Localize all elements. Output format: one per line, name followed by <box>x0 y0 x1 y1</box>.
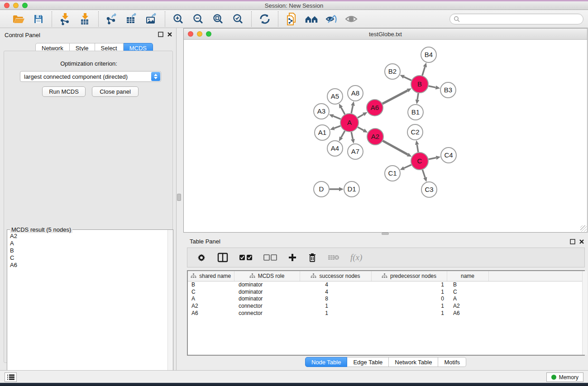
table-cell[interactable]: C <box>188 288 234 295</box>
bird-eye-view-icon[interactable] <box>344 12 358 26</box>
save-session-icon[interactable] <box>32 12 45 26</box>
result-item[interactable]: A2 <box>10 233 167 240</box>
table-cell[interactable] <box>488 295 585 303</box>
edge-B-B3[interactable] <box>429 86 436 87</box>
zoom-in-icon[interactable] <box>172 12 185 26</box>
refresh-icon[interactable] <box>258 12 272 26</box>
edge-B-B2[interactable] <box>404 77 411 81</box>
table-cell[interactable]: B <box>188 281 234 288</box>
edge-A-A2[interactable] <box>358 127 363 130</box>
close-table-panel-icon[interactable] <box>579 239 584 244</box>
table-cell[interactable]: A6 <box>188 310 234 317</box>
import-table-icon[interactable] <box>78 12 92 26</box>
column-header-predecessor-nodes[interactable]: predecessor nodes <box>371 271 447 281</box>
mcds-result-list[interactable]: A2ABCA6 <box>8 233 167 383</box>
search-input[interactable] <box>460 14 583 24</box>
show-column-icon[interactable] <box>217 251 228 264</box>
edge-A-A3[interactable] <box>333 116 341 119</box>
edge-B-B4[interactable] <box>422 67 425 76</box>
show-hide-icon[interactable] <box>325 12 338 26</box>
select-all-checks-icon[interactable] <box>239 251 253 264</box>
tab-motifs[interactable]: Motifs <box>438 357 466 367</box>
new-network-from-selection-icon[interactable] <box>285 12 298 26</box>
edge-A6-B[interactable] <box>382 91 408 104</box>
export-network-icon[interactable] <box>105 12 119 26</box>
table-cell[interactable]: dominator <box>234 295 300 303</box>
edge-A-A1[interactable] <box>334 126 340 128</box>
export-image-icon[interactable] <box>145 12 158 26</box>
table-cell[interactable]: 1 <box>371 310 447 317</box>
column-header-shared-name[interactable]: shared name <box>188 271 234 281</box>
column-header-MCDS-role[interactable]: MCDS role <box>234 271 300 281</box>
table-cell[interactable]: 8 <box>300 295 371 303</box>
column-header-name[interactable]: name <box>447 271 488 281</box>
edge-A-A8[interactable] <box>351 105 353 113</box>
edge-C-C4[interactable] <box>429 158 436 159</box>
edge-C-C3[interactable] <box>422 170 425 177</box>
table-cell[interactable]: 0 <box>371 295 447 303</box>
result-scrollbar[interactable] <box>167 230 173 384</box>
table-cell[interactable]: dominator <box>234 288 300 295</box>
edge-A2-C[interactable] <box>383 141 408 154</box>
open-session-icon[interactable] <box>12 12 25 26</box>
close-panel-icon[interactable] <box>167 32 172 37</box>
table-cell[interactable]: 4 <box>300 288 371 295</box>
table-cell[interactable]: 4 <box>300 281 371 288</box>
table-cell[interactable]: connector <box>234 310 300 317</box>
edge-B-B1[interactable] <box>417 93 418 100</box>
zoom-fit-icon[interactable] <box>211 12 225 26</box>
table-row[interactable]: A2connector11A2 <box>188 302 585 310</box>
table-cell[interactable] <box>488 302 585 310</box>
tab-node-table[interactable]: Node Table <box>305 357 348 367</box>
table-cell[interactable]: 1 <box>371 281 447 288</box>
float-table-panel-icon[interactable] <box>570 239 575 244</box>
search-box[interactable] <box>449 14 583 24</box>
zoom-out-icon[interactable] <box>191 12 205 26</box>
table-cell[interactable]: 1 <box>300 302 371 310</box>
result-item[interactable]: A6 <box>10 262 167 269</box>
import-network-icon[interactable] <box>58 12 72 26</box>
close-panel-button[interactable]: Close panel <box>92 86 139 97</box>
table-row[interactable]: Cdominator41C <box>188 288 585 295</box>
optimization-criterion-select[interactable]: largest connected component (directed) <box>20 71 161 82</box>
network-canvas[interactable]: AA1A2A3A4A5A6A7A8BB1B2B3B4CC1C2C3C4DD1 <box>184 40 587 232</box>
result-item[interactable]: C <box>10 254 167 262</box>
table-cell[interactable] <box>488 288 585 295</box>
delete-column-icon[interactable] <box>308 251 317 264</box>
deselect-all-checks-icon[interactable] <box>263 251 277 264</box>
table-cell[interactable]: A <box>447 295 488 303</box>
table-cell[interactable]: A6 <box>447 310 488 317</box>
task-history-button[interactable] <box>5 372 17 382</box>
result-item[interactable]: B <box>10 247 167 254</box>
table-cell[interactable]: 1 <box>371 288 447 295</box>
vertical-splitter-handle[interactable] <box>177 194 181 201</box>
table-cell[interactable]: 1 <box>371 302 447 310</box>
table-row[interactable]: Adominator80A <box>188 295 585 303</box>
table-options-gear-icon[interactable] <box>196 251 206 264</box>
table-cell[interactable]: B <box>447 281 488 288</box>
table-cell[interactable]: A <box>188 295 234 303</box>
table-cell[interactable]: A2 <box>188 302 234 310</box>
table-cell[interactable]: dominator <box>234 281 300 288</box>
node-table[interactable]: shared nameMCDS rolesuccessor nodesprede… <box>188 271 585 317</box>
column-header-successor-nodes[interactable]: successor nodes <box>300 271 371 281</box>
resize-grip-icon[interactable] <box>580 225 587 232</box>
table-cell[interactable]: A2 <box>447 302 488 310</box>
zoom-selected-icon[interactable] <box>231 12 245 26</box>
edge-A-A6[interactable] <box>358 114 363 118</box>
memory-button[interactable]: Memory <box>546 372 583 382</box>
create-column-icon[interactable] <box>288 251 297 264</box>
float-panel-icon[interactable] <box>158 32 163 37</box>
table-row[interactable]: A6connector11A6 <box>188 310 585 317</box>
result-item[interactable]: A <box>10 240 167 247</box>
edge-C-C1[interactable] <box>404 165 411 168</box>
table-cell[interactable]: connector <box>234 302 300 310</box>
run-mcds-button[interactable]: Run MCDS <box>42 86 86 97</box>
table-cell[interactable] <box>488 310 585 317</box>
table-cell[interactable]: C <box>447 288 488 295</box>
edge-A-A5[interactable] <box>341 108 345 114</box>
edge-A-A7[interactable] <box>351 132 353 139</box>
edge-C-C2[interactable] <box>417 145 418 152</box>
tab-edge-table[interactable]: Edge Table <box>347 357 389 367</box>
edge-A-A4[interactable] <box>341 131 345 137</box>
